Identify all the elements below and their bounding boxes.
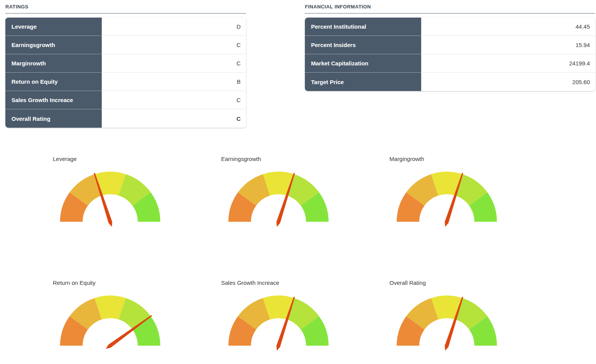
gauge-title: Leverage [53,155,168,163]
row-value: C [102,54,246,73]
table-row: Target Price205.60 [305,73,595,91]
row-label: Overall Rating [5,109,102,128]
gauge-title: Earningsgrowth [221,155,336,163]
row-value: C [102,109,246,128]
gauge-title: Return on Equity [53,279,168,287]
ratings-section-title: RATINGS [5,4,246,10]
table-row: Percent Institutional44.45 [305,18,595,36]
financial-divider [305,13,595,14]
row-value: 44.45 [421,18,595,36]
row-label: Target Price [305,73,421,91]
gauge-chart [221,287,336,352]
row-value: C [102,91,246,109]
row-label: Marginrowth [5,54,102,73]
table-row: Overall RatingC [5,109,246,128]
row-label: Earningsgrowth [5,36,102,54]
ratings-section: RATINGS LeverageDEarningsgrowthCMarginro… [5,4,246,128]
row-label: Leverage [5,18,102,36]
table-row: Market Capitalization24199.4 [305,54,595,73]
gauge-title: Sales Growth Increace [221,279,336,287]
gauge-leverage: Leverage [53,155,168,228]
row-value: 24199.4 [421,54,595,73]
row-value: 15.94 [421,36,595,54]
row-label: Sales Growth Increace [5,91,102,109]
ratings-table: LeverageDEarningsgrowthCMarginrowthCRetu… [5,18,246,128]
gauge-earningsgrowth: Earningsgrowth [221,155,336,228]
gauge-chart [389,287,504,352]
financial-section-title: FINANCIAL INFORMATION [305,4,595,10]
gauge-return-on-equity: Return on Equity [53,279,168,352]
table-row: Percent Insiders15.94 [305,36,595,54]
gauge-sales-growth-increace: Sales Growth Increace [221,279,336,352]
row-value: 205.60 [421,73,595,91]
table-row: Return on EquityB [5,73,246,91]
row-value: C [102,36,246,54]
row-label: Return on Equity [5,73,102,91]
gauge-chart [53,163,168,228]
gauges-grid: LeverageEarningsgrowthMargingrowthReturn… [53,155,504,352]
gauge-chart [389,163,504,228]
financial-section: FINANCIAL INFORMATION Percent Institutio… [305,4,595,91]
financial-table: Percent Institutional44.45Percent Inside… [305,18,595,91]
table-row: Sales Growth IncreaceC [5,91,246,109]
gauge-margingrowth: Margingrowth [389,155,504,228]
row-label: Percent Institutional [305,18,421,36]
gauge-overall-rating: Overall Rating [389,279,504,352]
row-label: Market Capitalization [305,54,421,73]
row-value: B [102,73,246,91]
ratings-divider [5,13,246,14]
gauge-chart [221,163,336,228]
table-row: EarningsgrowthC [5,36,246,54]
row-label: Percent Insiders [305,36,421,54]
table-row: MarginrowthC [5,54,246,73]
row-value: D [102,18,246,36]
table-row: LeverageD [5,18,246,36]
gauge-title: Margingrowth [389,155,504,163]
gauge-title: Overall Rating [389,279,504,287]
gauge-chart [53,287,168,352]
